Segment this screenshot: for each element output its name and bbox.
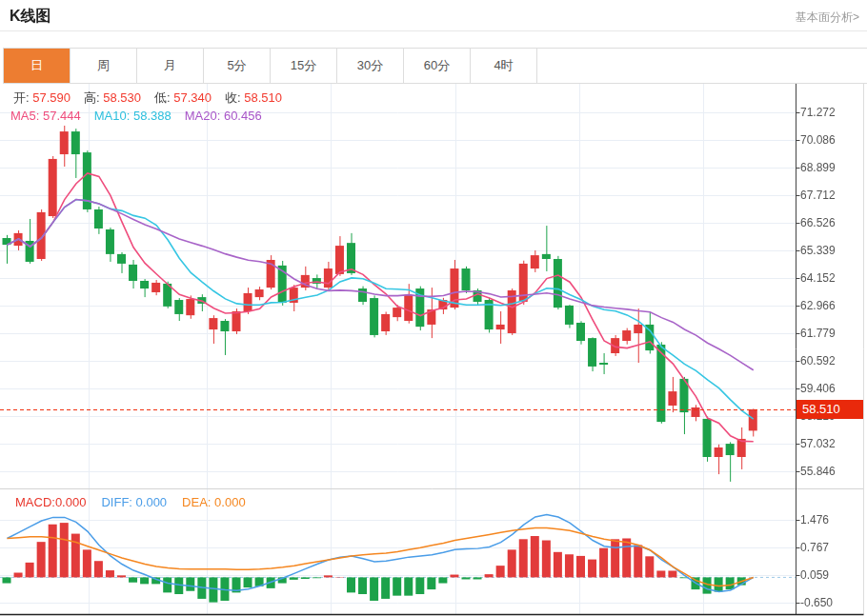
high-value: 高: 58.530 <box>84 89 141 107</box>
ma20-value: MA20: 60.456 <box>185 109 262 123</box>
ma5-value: MA5: 57.444 <box>10 109 81 123</box>
dea-value: DEA: 0.000 <box>182 495 246 509</box>
y-axis-tick-label: 62.966 <box>800 299 861 312</box>
y-axis-tick-label: 60.592 <box>800 354 861 368</box>
low-value: 低: 57.340 <box>154 89 212 107</box>
y-axis-tick-label: 64.152 <box>800 271 861 285</box>
close-value: 收: 58.510 <box>225 89 282 107</box>
current-price-tag: 58.510 <box>796 400 863 419</box>
tab-day[interactable]: 日 <box>4 49 71 83</box>
macd-value: MACD:0.000 <box>15 495 86 509</box>
y-axis-tick-label: 67.712 <box>800 189 861 202</box>
y-axis-tick-label: 61.779 <box>800 327 861 340</box>
open-value: 开: 57.590 <box>13 89 71 107</box>
y-axis-tick-label: 59.406 <box>800 382 861 395</box>
y-axis-tick-label: 0.059 <box>800 568 861 582</box>
tab-5min[interactable]: 5分 <box>204 49 271 83</box>
period-tabbar: 日 周 月 5分 15分 30分 60分 4时 <box>3 48 867 84</box>
tab-4hour[interactable]: 4时 <box>471 49 537 83</box>
y-axis-tick-label: 55.846 <box>800 465 861 478</box>
y-axis-tick-label: 70.086 <box>800 133 861 147</box>
tab-month[interactable]: 月 <box>137 49 204 83</box>
ma10-value: MA10: 58.388 <box>94 109 171 123</box>
tab-15min[interactable]: 15分 <box>271 49 337 83</box>
kline-widget: K线图 基本面分析> 日 周 月 5分 15分 30分 60分 4时 开: 57… <box>0 0 867 616</box>
ma-legend: MA5: 57.444 MA10: 58.388 MA20: 60.456 <box>10 109 275 123</box>
y-axis-tick-label: 57.032 <box>800 437 861 450</box>
tab-60min[interactable]: 60分 <box>404 49 471 83</box>
y-axis-tick-label: 66.526 <box>800 216 861 229</box>
y-axis-tick-label: 71.272 <box>800 106 861 119</box>
fundamental-analysis-link[interactable]: 基本面分析> <box>796 10 859 26</box>
page-title: K线图 <box>10 7 51 27</box>
y-axis-tick-label: 1.476 <box>800 513 861 527</box>
tab-week[interactable]: 周 <box>71 49 137 83</box>
y-axis-tick-label: -0.650 <box>800 596 861 609</box>
ohlc-legend: 开: 57.590 高: 58.530 低: 57.340 收: 58.510 <box>13 89 295 107</box>
tab-30min[interactable]: 30分 <box>337 49 404 83</box>
widget-header: K线图 基本面分析> <box>0 0 867 31</box>
y-axis-tick-label: 0.767 <box>800 541 861 554</box>
y-axis-tick-label: 68.899 <box>800 161 861 174</box>
diff-value: DIFF: 0.000 <box>101 495 167 509</box>
macd-legend: MACD:0.000 DIFF: 0.000 DEA: 0.000 <box>15 495 261 509</box>
y-axis-tick-label: 65.339 <box>800 244 861 257</box>
